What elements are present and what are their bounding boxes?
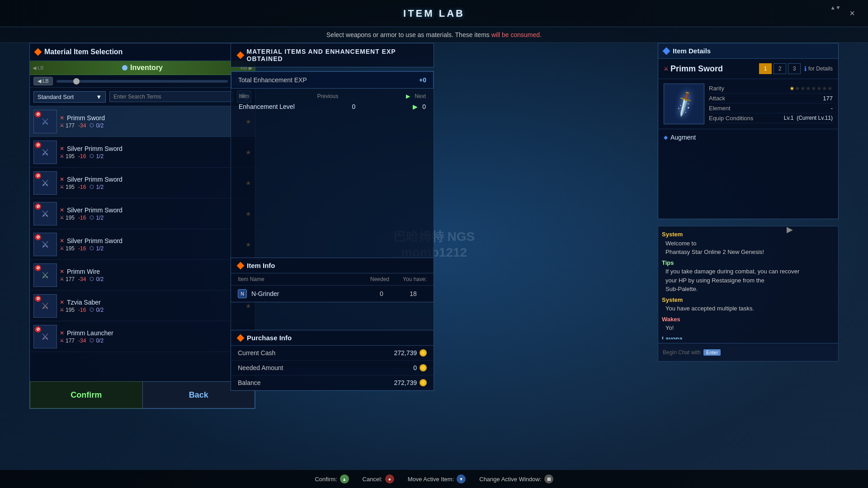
item-list: ⊘ ⚔ ✕ Primm Sword ⚔ 177 -34 ⬡ 0/2 (30, 106, 255, 381)
item-row[interactable]: ⊘ ⚔ ✕ Silver Primm Sword ⚔ 195 -16 ⬡ 1/2 (30, 198, 255, 229)
item-thumbnail: ⊘ ⚔ (33, 171, 57, 195)
item-row[interactable]: ⊘ ⚔ ✕ Silver Primm Sword ⚔ 195 -16 ⬡ 1/2 (30, 229, 255, 260)
item-minus: -16 (78, 307, 86, 313)
item-weapon-icon: ⚔ (41, 208, 49, 219)
count-value: 1/2 (96, 184, 104, 190)
grinder-icon: ⬡ (90, 153, 94, 159)
item-row[interactable]: ⊘ ⚔ ✕ Tzvia Saber ⚔ 195 -16 ⬡ 0/2 (30, 291, 255, 321)
atk-value: 195 (66, 307, 75, 313)
level-tab-2[interactable]: 2 (774, 63, 786, 74)
sort-dropdown[interactable]: Standard Sort ▼ (33, 91, 106, 103)
no-icon-badge: ⊘ (35, 326, 41, 333)
change-window-button: ⊞ (544, 474, 553, 483)
item-name-text: Primm Launcher (67, 329, 113, 337)
for-details-button[interactable]: ℹ for Details (804, 65, 833, 72)
count-value: 1/2 (96, 153, 104, 160)
no-icon-badge: ⊘ (35, 142, 41, 148)
item-thumbnail: ⊘ ⚔ (33, 294, 57, 318)
grinder-icon: ⬡ (90, 338, 94, 343)
item-stats-row: ⚔ 177 -34 ⬡ 0/2 (60, 338, 243, 344)
item-info: ✕ Primm Launcher ⚔ 177 -34 ⬡ 0/2 (60, 329, 243, 344)
item-row[interactable]: ⊘ ⚔ ✕ Primm Wire ⚔ 177 -34 ⬡ 0/2 (30, 260, 255, 291)
confirm-control-label: Confirm: (315, 476, 337, 483)
augment-icon: ◆ (664, 134, 668, 141)
item-big-name: Primm Sword (670, 64, 723, 74)
item-row[interactable]: ⊘ ⚔ ✕ Silver Primm Sword ⚔ 195 -16 ⬡ 1/2 (30, 137, 255, 168)
item-name-row: ✕ Silver Primm Sword (60, 237, 243, 244)
item-count: ⬡ 1/2 (90, 245, 104, 252)
exp-bar: Total Enhancement EXP +0 (231, 71, 434, 89)
item-name-row: ✕ Silver Primm Sword (60, 206, 243, 214)
atk-value: 177 (66, 276, 75, 282)
close-button[interactable]: × (845, 7, 859, 20)
mid-panel-main: Total Enhancement EXP +0 Item Previous ▶… (231, 71, 434, 368)
chat-message-tips: Tips If you take damage during combat, y… (662, 258, 835, 294)
item-name-area: ⚔ Primm Sword 1 2 3 ℹ for Details (658, 59, 838, 79)
confirm-button[interactable]: Confirm (30, 381, 142, 408)
inventory-tab[interactable]: ◀ LB Inventory RB ▶ (30, 61, 255, 75)
chat-input-area[interactable]: Begin Chat with Enter (658, 343, 838, 361)
item-name-row: ✕ Silver Primm Sword (60, 145, 243, 152)
title-bar: ITEM LAB ▲▼ × (0, 0, 868, 27)
item-name-text: Silver Primm Sword (67, 237, 123, 244)
lb-slider[interactable] (57, 80, 228, 83)
item-thumbnail: ⊘ ⚔ (33, 110, 57, 133)
item-stats-row: ⚔ 177 -34 ⬡ 0/2 (60, 276, 243, 282)
balance-row: Balance 272,739 (231, 375, 434, 390)
chat-messages: System Welcome to Phantasy Star Online 2… (658, 226, 838, 339)
sword-stat-icon: ⚔ (60, 276, 64, 282)
sword-stat-icon: ⚔ (60, 122, 64, 128)
item-row[interactable]: ⊘ ⚔ ✕ Primm Sword ⚔ 177 -34 ⬡ 0/2 (30, 106, 255, 137)
level-tab-1[interactable]: 1 (759, 63, 772, 74)
item-info-panel: Item Info Item Name Needed You have: N N… (231, 258, 434, 302)
level-tab-3[interactable]: 3 (788, 63, 801, 74)
item-weapon-icon: ⚔ (41, 300, 49, 311)
subtitle-text: Select weapons or armor to use as materi… (326, 31, 490, 38)
item-info: ✕ Primm Wire ⚔ 177 -34 ⬡ 0/2 (60, 268, 243, 282)
cancel-control-label: Cancel: (363, 476, 382, 483)
count-value: 1/2 (96, 245, 104, 252)
item-count: ⬡ 0/2 (90, 122, 104, 129)
item-weapon-icon: ⚔ (41, 116, 49, 127)
lb-button[interactable]: ◀ LB (33, 77, 53, 85)
no-icon-badge: ⊘ (35, 296, 41, 302)
dropdown-arrow-icon: ▼ (96, 94, 102, 100)
type-icon: ✕ (60, 268, 64, 275)
enhance-header-row: Item Previous ▶ Next (238, 93, 427, 99)
item-detail-body: 🗡️ Rarity ★★★★★★★★ Attack 177 Element - … (658, 79, 838, 129)
item-name-text: Silver Primm Sword (67, 145, 123, 152)
atk-value: 195 (66, 245, 75, 252)
count-value: 1/2 (96, 215, 104, 221)
item-count: ⬡ 1/2 (90, 184, 104, 190)
confirm-control-button: ▲ (340, 474, 349, 483)
grinder-icon: ⬡ (90, 245, 94, 251)
no-icon-badge: ⊘ (35, 234, 41, 240)
item-thumbnail: ⊘ ⚔ (33, 325, 57, 348)
item-stats-row: ⚔ 177 -34 ⬡ 0/2 (60, 122, 243, 129)
item-atk: ⚔ 195 (60, 307, 75, 313)
move-item-control: Move Active Item: ▼ (408, 474, 466, 483)
panel-header: Material Item Selection × (30, 43, 255, 61)
tab-arrow-left[interactable]: ◀ LB (33, 65, 44, 71)
chat-scroll-arrow[interactable]: ▶ (787, 225, 793, 235)
item-thumbnail: ⊘ ⚔ (33, 141, 57, 164)
item-title-left: ⚔ Primm Sword (664, 64, 723, 74)
lb-rb-bar: ◀ LB RB ▶ (30, 75, 255, 88)
augment-section: ◆ Augment (658, 129, 838, 145)
item-name-row: ✕ Tzvia Saber (60, 299, 243, 306)
chat-panel: System Welcome to Phantasy Star Online 2… (658, 226, 839, 361)
item-row[interactable]: ⊘ ⚔ ✕ Silver Primm Sword ⚔ 195 -16 ⬡ 1/2 (30, 168, 255, 198)
search-input[interactable]: Enter Search Terms (109, 91, 233, 102)
star-icon: ★ (789, 85, 795, 92)
chat-message-system-2: System You have accepted multiple tasks. (662, 296, 835, 313)
material-item-selection-panel: Material Item Selection × ◀ LB Inventory… (29, 43, 255, 409)
augment-label: ◆ Augment (664, 134, 833, 141)
sword-stat-icon: ⚔ (60, 184, 64, 190)
item-atk: ⚔ 195 (60, 184, 75, 190)
mid-panel-header: MATERIAL ITEMS AND ENHANCEMENT EXP OBTAI… (231, 43, 434, 67)
gold-icon (420, 349, 427, 357)
item-row[interactable]: ⊘ ⚔ ✕ Primm Launcher ⚔ 177 -34 ⬡ 0/2 (30, 321, 255, 352)
item-count: ⬡ 1/2 (90, 215, 104, 221)
item-info: ✕ Silver Primm Sword ⚔ 195 -16 ⬡ 1/2 (60, 237, 243, 252)
diamond-icon (34, 48, 42, 56)
